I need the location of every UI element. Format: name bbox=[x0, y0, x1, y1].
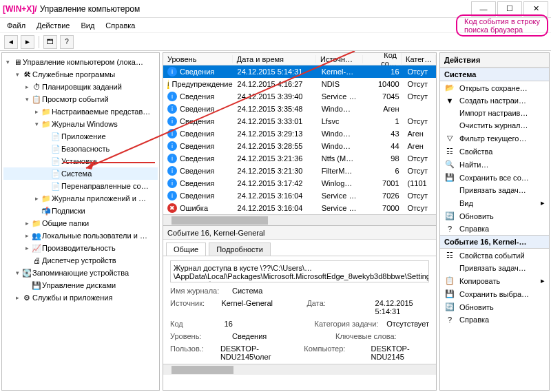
event-row[interactable]: iСведения24.12.2015 3:17:42Winlog…7001(1… bbox=[163, 177, 436, 189]
submenu-arrow-icon: ▸ bbox=[541, 276, 545, 285]
action-item[interactable]: 🔄Обновить bbox=[440, 209, 549, 223]
tree-log-system[interactable]: 📄Система bbox=[3, 167, 158, 180]
event-row[interactable]: iСведения24.12.2015 3:39:40Service …7045… bbox=[163, 90, 436, 103]
action-item[interactable]: Импорт настраив… bbox=[440, 107, 549, 119]
center-pane: Уровень Дата и время Источн… Код со… Кат… bbox=[163, 52, 437, 391]
action-icon: 📋 bbox=[444, 276, 455, 285]
annotation-callout: Код события в строку поиска браузера bbox=[456, 14, 548, 37]
hotkey-prefix: [WIN+X]/ bbox=[3, 4, 37, 14]
tree-log-setup[interactable]: 📄Установка bbox=[3, 155, 158, 167]
action-item[interactable]: ▼Создать настраи… bbox=[440, 94, 549, 107]
event-row[interactable]: iСведения24.12.2015 3:33:01Lfsvc1Отсут bbox=[163, 115, 436, 127]
event-row[interactable]: !Предупреждение24.12.2015 4:16:27NDIS104… bbox=[163, 78, 436, 90]
event-row[interactable]: iСведения24.12.2015 3:21:30FilterM…6Отсу… bbox=[163, 165, 436, 177]
toolbar-help-button[interactable]: ? bbox=[60, 35, 74, 49]
action-item[interactable]: 💾Сохранить выбра… bbox=[440, 287, 549, 300]
action-icon: 🔄 bbox=[444, 302, 455, 311]
action-item[interactable]: 💾Сохранить все со… bbox=[440, 171, 549, 184]
details-h-scrollbar[interactable] bbox=[163, 364, 436, 375]
action-item[interactable]: 📋Копировать▸ bbox=[440, 274, 549, 287]
tree-log-application[interactable]: 📄Приложение bbox=[3, 130, 158, 143]
actions-group-event: Событие 16, Kernel-… bbox=[440, 235, 549, 249]
action-item[interactable]: ?Справка bbox=[440, 223, 549, 235]
nav-back-button[interactable]: ◄ bbox=[4, 35, 18, 49]
action-item[interactable]: Очистить журнал… bbox=[440, 119, 549, 132]
level-icon: i bbox=[167, 141, 177, 151]
tree-local-users[interactable]: ▸👥Локальные пользователи и … bbox=[3, 229, 158, 242]
action-icon: ☷ bbox=[444, 251, 455, 260]
action-item[interactable]: ▽Фильтр текущего… bbox=[440, 132, 549, 145]
action-icon: ? bbox=[444, 225, 455, 233]
action-item[interactable]: ☷Свойства событий bbox=[440, 249, 549, 262]
menu-file[interactable]: Файл bbox=[3, 20, 30, 31]
toolbar-explore-button[interactable]: 🗔 bbox=[43, 35, 57, 49]
event-grid-body[interactable]: iСведения24.12.2015 5:14:31Kernel-…16Отс… bbox=[163, 65, 436, 214]
tree-log-forwarded[interactable]: 📄Перенаправленные со… bbox=[3, 180, 158, 192]
tree-performance[interactable]: ▸📈Производительность bbox=[3, 242, 158, 254]
menu-view[interactable]: Вид bbox=[76, 20, 98, 31]
action-item[interactable]: Привязать задач… bbox=[440, 262, 549, 274]
details-title: Событие 16, Kernel-General bbox=[163, 226, 436, 240]
tree-windows-logs[interactable]: ▾📁Журналы Windows bbox=[3, 118, 158, 130]
tree-services-apps[interactable]: ▸⚙Службы и приложения bbox=[3, 291, 158, 304]
action-icon: 🔍 bbox=[444, 160, 455, 169]
level-icon: i bbox=[167, 129, 177, 138]
action-icon: 💾 bbox=[444, 289, 455, 298]
tree-log-security[interactable]: 📄Безопасность bbox=[3, 143, 158, 155]
action-icon: 📂 bbox=[444, 83, 455, 92]
menu-help[interactable]: Справка bbox=[101, 20, 139, 31]
action-icon: 💾 bbox=[444, 173, 455, 182]
tree-storage[interactable]: ▾💽Запоминающие устройства bbox=[3, 267, 158, 279]
actions-pane: Действия Система 📂Открыть сохране…▼Созда… bbox=[439, 52, 550, 391]
event-row[interactable]: iСведения24.12.2015 3:35:48Windo…Аген bbox=[163, 103, 436, 115]
action-item[interactable]: 🔍Найти… bbox=[440, 158, 549, 171]
tab-details[interactable]: Подробности bbox=[209, 243, 271, 256]
action-item[interactable]: Вид▸ bbox=[440, 196, 549, 209]
tree-utilities[interactable]: ▾🛠Служебные программы bbox=[3, 68, 158, 81]
submenu-arrow-icon: ▸ bbox=[541, 198, 545, 207]
event-details-pane: Событие 16, Kernel-General Общие Подробн… bbox=[163, 225, 436, 375]
action-icon: ▼ bbox=[444, 96, 455, 105]
tree-scheduler[interactable]: ▸⏱Планировщик заданий bbox=[3, 81, 158, 93]
level-icon: ✖ bbox=[167, 203, 177, 213]
event-row[interactable]: iСведения24.12.2015 5:14:31Kernel-…16Отс… bbox=[163, 65, 436, 78]
menu-action[interactable]: Действие bbox=[32, 20, 74, 31]
tree-device-manager[interactable]: 🖨Диспетчер устройств bbox=[3, 254, 158, 267]
action-item[interactable]: 🔄Обновить bbox=[440, 300, 549, 313]
event-row[interactable]: iСведения24.12.2015 3:21:36Ntfs (M…98Отс… bbox=[163, 152, 436, 165]
action-icon: ▽ bbox=[444, 134, 455, 143]
event-row[interactable]: iСведения24.12.2015 3:28:55Windo…44Аген bbox=[163, 140, 436, 152]
nav-fwd-button[interactable]: ► bbox=[21, 35, 34, 49]
event-description: Журнал доступа в кусте \??\C:\Users\…\Ap… bbox=[170, 260, 429, 282]
level-icon: i bbox=[167, 104, 177, 114]
level-icon: i bbox=[167, 154, 177, 163]
tree-pane[interactable]: ▾🖥Управление компьютером (лока… ▾🛠Служеб… bbox=[1, 52, 160, 391]
action-item[interactable]: ?Справка bbox=[440, 313, 549, 326]
tree-root[interactable]: ▾🖥Управление компьютером (лока… bbox=[3, 56, 158, 68]
tree-eventviewer[interactable]: ▾📋Просмотр событий bbox=[3, 93, 158, 105]
action-item[interactable]: Привязать задач… bbox=[440, 184, 549, 196]
tree-subscriptions[interactable]: 📬Подписки bbox=[3, 205, 158, 217]
level-icon: i bbox=[167, 92, 177, 101]
action-item[interactable]: 📂Открыть сохране… bbox=[440, 81, 549, 94]
level-icon: i bbox=[167, 116, 177, 126]
event-grid-header[interactable]: Уровень Дата и время Источн… Код со… Кат… bbox=[163, 53, 436, 65]
grid-h-scrollbar[interactable] bbox=[163, 214, 436, 225]
action-icon: ? bbox=[444, 316, 455, 324]
event-row[interactable]: iСведения24.12.2015 3:29:13Windo…43Аген bbox=[163, 127, 436, 140]
level-icon: i bbox=[167, 191, 177, 200]
level-icon: i bbox=[167, 178, 177, 188]
tree-custom-views[interactable]: ▸📁Настраиваемые представ… bbox=[3, 105, 158, 118]
tree-disk-mgmt[interactable]: 💾Управление дисками bbox=[3, 279, 158, 291]
tab-general[interactable]: Общие bbox=[166, 243, 206, 256]
actions-title: Действия bbox=[440, 53, 549, 68]
event-row[interactable]: iСведения24.12.2015 3:16:04Service …7026… bbox=[163, 189, 436, 202]
action-item[interactable]: ☷Свойства bbox=[440, 145, 549, 158]
tree-shared-folders[interactable]: ▸📁Общие папки bbox=[3, 217, 158, 229]
event-row[interactable]: ✖Ошибка24.12.2015 3:16:04Service …7000От… bbox=[163, 202, 436, 214]
level-icon: i bbox=[167, 67, 177, 76]
action-icon: ☷ bbox=[444, 147, 455, 156]
level-icon: ! bbox=[167, 79, 169, 89]
tree-app-logs[interactable]: ▸📁Журналы приложений и … bbox=[3, 192, 158, 205]
action-icon: 🔄 bbox=[444, 212, 455, 220]
